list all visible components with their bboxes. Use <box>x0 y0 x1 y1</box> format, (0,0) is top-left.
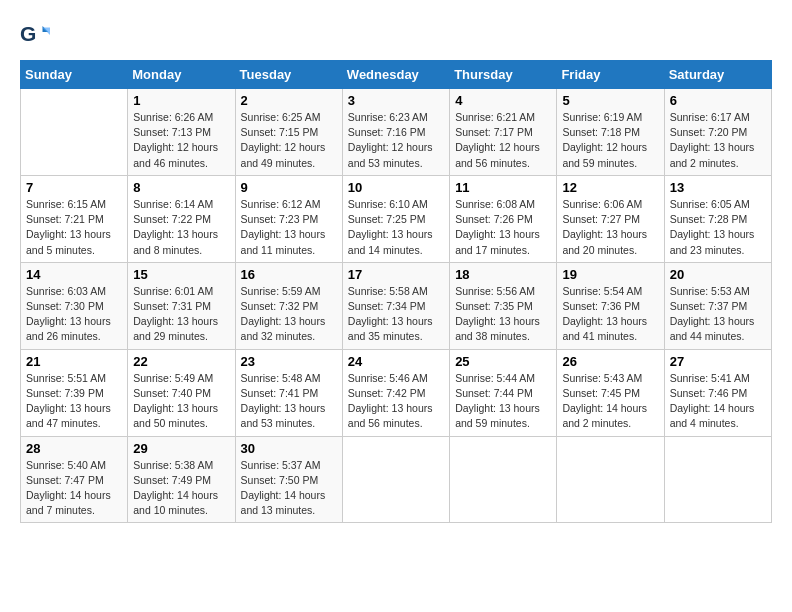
day-content: Sunrise: 5:49 AM Sunset: 7:40 PM Dayligh… <box>133 371 229 432</box>
day-cell: 5 Sunrise: 6:19 AM Sunset: 7:18 PM Dayli… <box>557 89 664 176</box>
day-content: Sunrise: 6:21 AM Sunset: 7:17 PM Dayligh… <box>455 110 551 171</box>
daylight-text: Daylight: 13 hours and 56 minutes. <box>348 402 433 429</box>
week-row-0: 1 Sunrise: 6:26 AM Sunset: 7:13 PM Dayli… <box>21 89 772 176</box>
sunset-text: Sunset: 7:25 PM <box>348 213 426 225</box>
sunset-text: Sunset: 7:21 PM <box>26 213 104 225</box>
day-content: Sunrise: 5:58 AM Sunset: 7:34 PM Dayligh… <box>348 284 444 345</box>
day-number: 29 <box>133 441 229 456</box>
day-content: Sunrise: 5:43 AM Sunset: 7:45 PM Dayligh… <box>562 371 658 432</box>
day-cell: 23 Sunrise: 5:48 AM Sunset: 7:41 PM Dayl… <box>235 349 342 436</box>
day-number: 20 <box>670 267 766 282</box>
sunrise-text: Sunrise: 6:26 AM <box>133 111 213 123</box>
daylight-text: Daylight: 13 hours and 5 minutes. <box>26 228 111 255</box>
day-content: Sunrise: 6:10 AM Sunset: 7:25 PM Dayligh… <box>348 197 444 258</box>
daylight-text: Daylight: 13 hours and 17 minutes. <box>455 228 540 255</box>
day-number: 14 <box>26 267 122 282</box>
day-cell: 10 Sunrise: 6:10 AM Sunset: 7:25 PM Dayl… <box>342 175 449 262</box>
sunrise-text: Sunrise: 5:48 AM <box>241 372 321 384</box>
sunset-text: Sunset: 7:50 PM <box>241 474 319 486</box>
daylight-text: Daylight: 12 hours and 49 minutes. <box>241 141 326 168</box>
sunset-text: Sunset: 7:20 PM <box>670 126 748 138</box>
day-number: 26 <box>562 354 658 369</box>
day-number: 13 <box>670 180 766 195</box>
header-cell-sunday: Sunday <box>21 61 128 89</box>
sunset-text: Sunset: 7:18 PM <box>562 126 640 138</box>
sunset-text: Sunset: 7:40 PM <box>133 387 211 399</box>
day-cell: 9 Sunrise: 6:12 AM Sunset: 7:23 PM Dayli… <box>235 175 342 262</box>
daylight-text: Daylight: 12 hours and 59 minutes. <box>562 141 647 168</box>
sunrise-text: Sunrise: 5:37 AM <box>241 459 321 471</box>
sunrise-text: Sunrise: 6:12 AM <box>241 198 321 210</box>
week-row-4: 28 Sunrise: 5:40 AM Sunset: 7:47 PM Dayl… <box>21 436 772 523</box>
sunset-text: Sunset: 7:27 PM <box>562 213 640 225</box>
day-content: Sunrise: 5:38 AM Sunset: 7:49 PM Dayligh… <box>133 458 229 519</box>
day-content: Sunrise: 5:59 AM Sunset: 7:32 PM Dayligh… <box>241 284 337 345</box>
day-cell: 7 Sunrise: 6:15 AM Sunset: 7:21 PM Dayli… <box>21 175 128 262</box>
sunset-text: Sunset: 7:37 PM <box>670 300 748 312</box>
day-cell <box>557 436 664 523</box>
day-number: 28 <box>26 441 122 456</box>
daylight-text: Daylight: 13 hours and 35 minutes. <box>348 315 433 342</box>
sunrise-text: Sunrise: 6:21 AM <box>455 111 535 123</box>
daylight-text: Daylight: 13 hours and 44 minutes. <box>670 315 755 342</box>
sunrise-text: Sunrise: 5:38 AM <box>133 459 213 471</box>
day-number: 19 <box>562 267 658 282</box>
sunset-text: Sunset: 7:36 PM <box>562 300 640 312</box>
sunset-text: Sunset: 7:16 PM <box>348 126 426 138</box>
week-row-1: 7 Sunrise: 6:15 AM Sunset: 7:21 PM Dayli… <box>21 175 772 262</box>
header-cell-thursday: Thursday <box>450 61 557 89</box>
daylight-text: Daylight: 13 hours and 14 minutes. <box>348 228 433 255</box>
header-cell-wednesday: Wednesday <box>342 61 449 89</box>
sunrise-text: Sunrise: 6:14 AM <box>133 198 213 210</box>
sunrise-text: Sunrise: 5:41 AM <box>670 372 750 384</box>
day-content: Sunrise: 5:46 AM Sunset: 7:42 PM Dayligh… <box>348 371 444 432</box>
day-cell: 24 Sunrise: 5:46 AM Sunset: 7:42 PM Dayl… <box>342 349 449 436</box>
day-cell: 1 Sunrise: 6:26 AM Sunset: 7:13 PM Dayli… <box>128 89 235 176</box>
daylight-text: Daylight: 13 hours and 47 minutes. <box>26 402 111 429</box>
sunrise-text: Sunrise: 5:58 AM <box>348 285 428 297</box>
day-content: Sunrise: 6:17 AM Sunset: 7:20 PM Dayligh… <box>670 110 766 171</box>
sunrise-text: Sunrise: 5:54 AM <box>562 285 642 297</box>
day-content: Sunrise: 5:41 AM Sunset: 7:46 PM Dayligh… <box>670 371 766 432</box>
day-cell: 3 Sunrise: 6:23 AM Sunset: 7:16 PM Dayli… <box>342 89 449 176</box>
day-cell: 27 Sunrise: 5:41 AM Sunset: 7:46 PM Dayl… <box>664 349 771 436</box>
day-cell: 13 Sunrise: 6:05 AM Sunset: 7:28 PM Dayl… <box>664 175 771 262</box>
day-content: Sunrise: 6:08 AM Sunset: 7:26 PM Dayligh… <box>455 197 551 258</box>
day-cell <box>664 436 771 523</box>
day-cell <box>450 436 557 523</box>
sunset-text: Sunset: 7:35 PM <box>455 300 533 312</box>
day-number: 22 <box>133 354 229 369</box>
day-cell: 8 Sunrise: 6:14 AM Sunset: 7:22 PM Dayli… <box>128 175 235 262</box>
day-cell: 30 Sunrise: 5:37 AM Sunset: 7:50 PM Dayl… <box>235 436 342 523</box>
day-content: Sunrise: 6:03 AM Sunset: 7:30 PM Dayligh… <box>26 284 122 345</box>
sunrise-text: Sunrise: 5:44 AM <box>455 372 535 384</box>
day-number: 12 <box>562 180 658 195</box>
week-row-2: 14 Sunrise: 6:03 AM Sunset: 7:30 PM Dayl… <box>21 262 772 349</box>
day-cell: 11 Sunrise: 6:08 AM Sunset: 7:26 PM Dayl… <box>450 175 557 262</box>
daylight-text: Daylight: 13 hours and 26 minutes. <box>26 315 111 342</box>
day-content: Sunrise: 6:12 AM Sunset: 7:23 PM Dayligh… <box>241 197 337 258</box>
sunrise-text: Sunrise: 5:59 AM <box>241 285 321 297</box>
day-content: Sunrise: 6:14 AM Sunset: 7:22 PM Dayligh… <box>133 197 229 258</box>
sunrise-text: Sunrise: 5:43 AM <box>562 372 642 384</box>
sunrise-text: Sunrise: 5:49 AM <box>133 372 213 384</box>
sunrise-text: Sunrise: 6:25 AM <box>241 111 321 123</box>
header-cell-friday: Friday <box>557 61 664 89</box>
calendar-table: SundayMondayTuesdayWednesdayThursdayFrid… <box>20 60 772 523</box>
day-number: 9 <box>241 180 337 195</box>
day-number: 21 <box>26 354 122 369</box>
sunset-text: Sunset: 7:46 PM <box>670 387 748 399</box>
sunset-text: Sunset: 7:39 PM <box>26 387 104 399</box>
day-content: Sunrise: 6:15 AM Sunset: 7:21 PM Dayligh… <box>26 197 122 258</box>
sunrise-text: Sunrise: 6:03 AM <box>26 285 106 297</box>
day-cell: 25 Sunrise: 5:44 AM Sunset: 7:44 PM Dayl… <box>450 349 557 436</box>
sunset-text: Sunset: 7:42 PM <box>348 387 426 399</box>
day-content: Sunrise: 5:56 AM Sunset: 7:35 PM Dayligh… <box>455 284 551 345</box>
sunset-text: Sunset: 7:15 PM <box>241 126 319 138</box>
day-content: Sunrise: 5:54 AM Sunset: 7:36 PM Dayligh… <box>562 284 658 345</box>
day-content: Sunrise: 6:05 AM Sunset: 7:28 PM Dayligh… <box>670 197 766 258</box>
week-row-3: 21 Sunrise: 5:51 AM Sunset: 7:39 PM Dayl… <box>21 349 772 436</box>
day-content: Sunrise: 5:37 AM Sunset: 7:50 PM Dayligh… <box>241 458 337 519</box>
sunset-text: Sunset: 7:28 PM <box>670 213 748 225</box>
sunrise-text: Sunrise: 5:40 AM <box>26 459 106 471</box>
